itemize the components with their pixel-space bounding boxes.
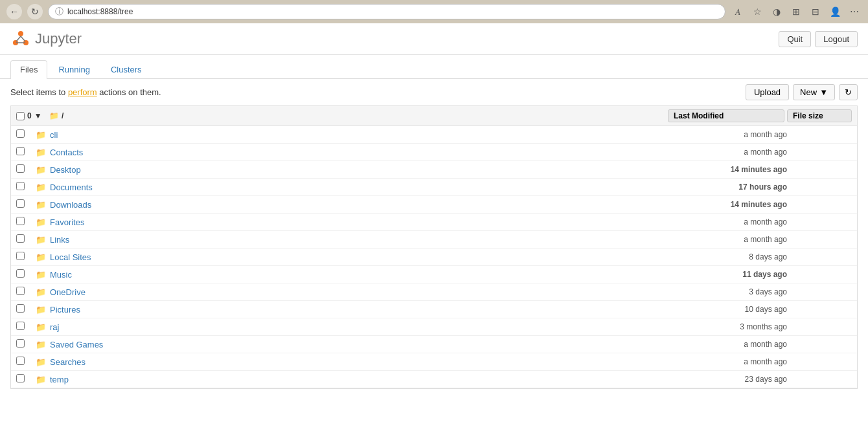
size-col-label: File size	[793, 111, 823, 120]
table-row: 📁 Contacts a month ago	[11, 144, 857, 161]
file-modified: 8 days ago	[670, 252, 787, 261]
row-checkbox[interactable]	[16, 339, 25, 348]
row-checkbox[interactable]	[16, 164, 25, 173]
file-name[interactable]: Saved Games	[50, 340, 670, 349]
row-checkbox-col	[16, 129, 36, 140]
folder-icon: 📁	[36, 217, 46, 227]
file-name[interactable]: Documents	[50, 182, 670, 192]
browser-icons: 𝐴 ☆ ◑ ⊞ ⊟ 👤 ⋯	[731, 5, 862, 19]
table-row: 📁 Local Sites 8 days ago	[11, 249, 857, 266]
jupyter-logo-svg	[10, 28, 31, 49]
row-checkbox[interactable]	[16, 234, 25, 243]
file-modified: 23 days ago	[670, 375, 787, 384]
new-button[interactable]: New ▼	[793, 84, 835, 100]
file-name[interactable]: Desktop	[50, 165, 670, 175]
menu-icon[interactable]: ⋯	[847, 5, 862, 19]
file-name[interactable]: Downloads	[50, 200, 670, 210]
toolbar: Select items to perform actions on them.…	[0, 79, 868, 105]
folder-icon: 📁	[36, 130, 46, 140]
toolbar-right: Upload New ▼ ↻	[746, 84, 858, 100]
folder-icon: 📁	[36, 252, 46, 262]
tab-running[interactable]: Running	[49, 60, 99, 78]
svg-point-0	[18, 31, 23, 36]
row-checkbox-col	[16, 287, 36, 297]
folder-icon: 📁	[36, 305, 46, 315]
select-instructions: Select items to perform actions on them.	[10, 87, 161, 97]
tabs-bar: Files Running Clusters	[0, 55, 868, 79]
profile-icon[interactable]: 👤	[828, 5, 842, 19]
quit-button[interactable]: Quit	[779, 31, 811, 47]
dropdown-count-icon[interactable]: ▼	[34, 111, 42, 120]
table-row: 📁 Links a month ago	[11, 231, 857, 249]
modified-col-label: Last Modified	[674, 111, 724, 120]
select-all-checkbox[interactable]	[16, 112, 25, 120]
file-name[interactable]: Contacts	[50, 148, 670, 157]
folder-icon: 📁	[36, 235, 46, 245]
file-name[interactable]: Pictures	[50, 305, 670, 315]
row-checkbox[interactable]	[16, 322, 25, 330]
refresh-button[interactable]: ↻	[27, 4, 43, 19]
row-checkbox[interactable]	[16, 182, 25, 190]
list-header: 0 ▼ 📁 / Last Modified File size	[11, 106, 857, 126]
row-checkbox[interactable]	[16, 217, 25, 225]
file-modified: a month ago	[670, 340, 787, 349]
row-checkbox[interactable]	[16, 199, 25, 208]
tab-clusters[interactable]: Clusters	[101, 60, 152, 78]
theme-icon[interactable]: ◑	[770, 5, 784, 19]
translate-icon[interactable]: 𝐴	[731, 5, 745, 19]
row-checkbox-col	[16, 234, 36, 245]
address-bar: ⓘ localhost:8888/tree	[48, 4, 725, 19]
sort-size-button[interactable]: File size	[787, 109, 852, 122]
file-name[interactable]: Searches	[50, 357, 670, 367]
table-row: 📁 Saved Games a month ago	[11, 336, 857, 353]
file-name[interactable]: Links	[50, 235, 670, 245]
file-name[interactable]: raj	[50, 322, 670, 332]
back-button[interactable]: ←	[6, 4, 22, 19]
file-name[interactable]: Favorites	[50, 217, 670, 227]
table-row: 📁 Pictures 10 days ago	[11, 301, 857, 318]
puzzle-icon[interactable]: ⊞	[789, 5, 803, 19]
upload-button[interactable]: Upload	[746, 84, 789, 100]
file-name[interactable]: cli	[50, 130, 670, 140]
file-modified: 14 minutes ago	[670, 200, 787, 209]
row-checkbox-col	[16, 374, 36, 384]
breadcrumb: /	[62, 111, 63, 120]
file-modified: 3 days ago	[670, 287, 787, 296]
file-name[interactable]: Local Sites	[50, 252, 670, 262]
folder-icon: 📁	[36, 200, 46, 210]
table-row: 📁 cli a month ago	[11, 126, 857, 144]
file-name[interactable]: Music	[50, 270, 670, 280]
sort-modified-button[interactable]: Last Modified	[668, 109, 784, 122]
row-checkbox[interactable]	[16, 269, 25, 278]
file-modified: 10 days ago	[670, 305, 787, 314]
table-row: 📁 Desktop 14 minutes ago	[11, 161, 857, 179]
row-checkbox[interactable]	[16, 304, 25, 313]
folder-icon: 📁	[36, 357, 46, 367]
row-checkbox[interactable]	[16, 147, 25, 155]
row-checkbox-col	[16, 147, 36, 157]
folder-icon: 📁	[36, 322, 46, 332]
browser-chrome: ← ↻ ⓘ localhost:8888/tree 𝐴 ☆ ◑ ⊞ ⊟ 👤 ⋯	[0, 0, 868, 23]
dropdown-arrow-icon: ▼	[819, 87, 828, 97]
file-modified: 14 minutes ago	[670, 165, 787, 174]
table-row: 📁 Downloads 14 minutes ago	[11, 196, 857, 214]
row-checkbox[interactable]	[16, 287, 25, 295]
file-name[interactable]: OneDrive	[50, 287, 670, 297]
star-icon[interactable]: ☆	[750, 5, 764, 19]
table-row: 📁 Searches a month ago	[11, 353, 857, 371]
new-label: New	[800, 87, 817, 97]
row-checkbox[interactable]	[16, 252, 25, 260]
tab-files[interactable]: Files	[10, 60, 47, 79]
table-row: 📁 raj 3 months ago	[11, 318, 857, 336]
file-modified: a month ago	[670, 148, 787, 157]
refresh-button[interactable]: ↻	[839, 84, 858, 100]
logout-button[interactable]: Logout	[815, 31, 858, 47]
grid-icon[interactable]: ⊟	[808, 5, 823, 19]
row-checkbox[interactable]	[16, 357, 25, 365]
row-checkbox[interactable]	[16, 374, 25, 382]
row-checkbox[interactable]	[16, 129, 25, 138]
file-name[interactable]: temp	[50, 375, 670, 384]
folder-icon: 📁	[36, 165, 46, 175]
folder-icon: 📁	[36, 182, 46, 192]
header-check-col: 0 ▼ 📁 /	[16, 111, 68, 120]
